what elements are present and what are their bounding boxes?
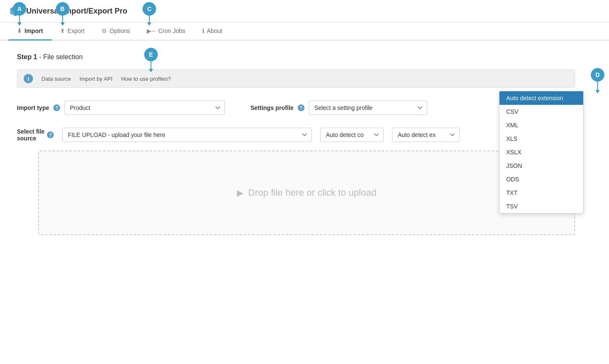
ext-option-xslx[interactable]: XSLX [499, 145, 583, 159]
tab-cronjobs[interactable]: C ▶─ Cron Jobs [138, 22, 194, 41]
settings-profile-help-icon[interactable]: ? [298, 104, 304, 111]
ext-option-txt[interactable]: TXT [499, 186, 583, 200]
import-type-help-icon[interactable]: ? [53, 104, 60, 111]
ext-option-json[interactable]: JSON [499, 159, 583, 172]
tab-import[interactable]: A ⬇ Import [8, 22, 52, 41]
extension-select[interactable]: Auto detect ex CSV XML XLS XSLX JSON ODS… [392, 128, 460, 142]
file-source-label: Select filesource [17, 128, 44, 142]
ext-option-csv[interactable]: CSV [499, 105, 583, 118]
import-settings-row: Import type ? Product Order Customer Cat… [17, 101, 575, 115]
ext-option-tsv[interactable]: TSV [499, 200, 583, 213]
tab-bar: A ⬇ Import B ⬆ Export ⚙ Options [0, 22, 609, 41]
info-bar-link-data-source[interactable]: Data source [41, 76, 71, 82]
ext-option-xls[interactable]: XLS [499, 132, 583, 145]
import-type-group: Import type ? Product Order Customer Cat… [17, 101, 225, 115]
file-source-help-icon[interactable]: ? [47, 131, 54, 138]
file-source-label-group: Select filesource ? [17, 128, 54, 142]
info-bar-link-profiles[interactable]: How to use profiles? [121, 76, 171, 82]
tab-cronjobs-label: Cron Jobs [158, 27, 185, 34]
about-icon: ℹ [202, 27, 204, 34]
encoding-select[interactable]: Auto detect co UTF-8 ISO-8859-1 Windows-… [320, 128, 384, 142]
ext-option-ods[interactable]: ODS [499, 172, 583, 186]
app-header: Universal Import/Export Pro [0, 0, 609, 22]
file-source-row: Select filesource ? FILE UPLOAD - upload… [17, 128, 575, 142]
drop-zone[interactable]: ▶ Drop file here or click to upload [38, 151, 575, 235]
info-bar-link-import-api[interactable]: Import by API [80, 76, 112, 82]
cronjobs-icon: ▶─ [147, 27, 156, 34]
app-logo-icon [8, 4, 22, 18]
ext-option-auto[interactable]: Auto detect extension [499, 91, 583, 105]
info-bar-icon: i [24, 74, 33, 83]
tab-export[interactable]: B ⬆ Export [52, 22, 93, 41]
tab-options-label: Options [110, 27, 130, 34]
tab-about-label: About [207, 27, 222, 34]
import-type-select[interactable]: Product Order Customer Category Coupon [64, 101, 225, 115]
ext-option-xml[interactable]: XML [499, 118, 583, 132]
file-source-select[interactable]: FILE UPLOAD - upload your file here FTP/… [62, 128, 312, 142]
import-icon: ⬇ [17, 27, 22, 34]
tab-about[interactable]: ℹ About [194, 22, 231, 41]
import-type-label: Import type [17, 104, 49, 111]
extension-dropdown-popup: Auto detect extension CSV XML XLS XSLX J… [499, 91, 584, 213]
tab-options[interactable]: ⚙ Options [93, 22, 138, 41]
settings-profile-group: Settings profile ? Select a setting prof… [250, 101, 427, 115]
app-title: Universal Import/Export Pro [26, 7, 127, 16]
cursor-icon: ▶ [237, 188, 243, 198]
step-subtitle: - File selection [37, 53, 83, 60]
step-number: Step 1 [17, 53, 37, 60]
info-bar: E i Data source Import by API How to use… [17, 69, 575, 88]
settings-profile-label: Settings profile [250, 104, 294, 111]
options-icon: ⚙ [102, 27, 107, 34]
tab-import-label: Import [25, 27, 43, 34]
drop-zone-text: ▶ Drop file here or click to upload [237, 187, 376, 198]
export-icon: ⬆ [60, 27, 65, 34]
step-title: Step 1 - File selection [17, 53, 575, 61]
settings-profile-select[interactable]: Select a setting profile [309, 101, 427, 115]
tab-export-label: Export [68, 27, 85, 34]
